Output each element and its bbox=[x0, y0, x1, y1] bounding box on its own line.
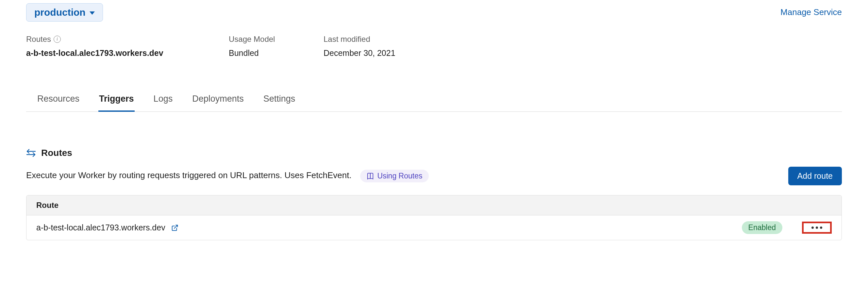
route-url: a-b-test-local.alec1793.workers.dev bbox=[36, 223, 165, 232]
svg-line-2 bbox=[174, 225, 178, 228]
routes-meta-label: Routes i bbox=[26, 35, 229, 44]
table-row: a-b-test-local.alec1793.workers.dev Enab… bbox=[27, 215, 841, 240]
add-route-label: Add route bbox=[798, 171, 833, 181]
environment-label: production bbox=[34, 7, 86, 18]
caret-down-icon bbox=[90, 11, 95, 15]
tab-logs[interactable]: Logs bbox=[153, 94, 174, 112]
external-link-icon[interactable] bbox=[171, 224, 179, 231]
routes-meta-value: a-b-test-local.alec1793.workers.dev bbox=[26, 49, 229, 58]
manage-service-label: Manage Service bbox=[780, 7, 842, 17]
routes-table-header: Route bbox=[27, 195, 841, 215]
tabs: Resources Triggers Logs Deployments Sett… bbox=[26, 94, 842, 112]
using-routes-doc-link[interactable]: Using Routes bbox=[360, 170, 429, 182]
using-routes-label: Using Routes bbox=[377, 171, 422, 181]
routes-title: Routes bbox=[41, 148, 72, 158]
usage-model-value: Bundled bbox=[229, 49, 323, 58]
tab-deployments[interactable]: Deployments bbox=[191, 94, 244, 112]
routes-icon bbox=[26, 149, 36, 157]
routes-description: Execute your Worker by routing requests … bbox=[26, 170, 352, 180]
book-icon bbox=[367, 172, 374, 180]
usage-model-label: Usage Model bbox=[229, 35, 323, 44]
status-badge: Enabled bbox=[742, 221, 782, 234]
manage-service-link[interactable]: Manage Service bbox=[780, 7, 842, 17]
last-modified-label: Last modified bbox=[323, 35, 454, 44]
ellipsis-icon bbox=[811, 226, 822, 229]
tab-resources[interactable]: Resources bbox=[37, 94, 80, 112]
last-modified-value: December 30, 2021 bbox=[323, 49, 454, 58]
routes-section: Routes Execute your Worker by routing re… bbox=[26, 148, 842, 240]
info-icon[interactable]: i bbox=[54, 36, 61, 43]
tab-settings[interactable]: Settings bbox=[263, 94, 296, 112]
add-route-button[interactable]: Add route bbox=[788, 167, 842, 185]
meta-info: Routes i a-b-test-local.alec1793.workers… bbox=[26, 35, 842, 58]
environment-selector[interactable]: production bbox=[26, 3, 103, 22]
tab-triggers[interactable]: Triggers bbox=[98, 94, 135, 112]
routes-table: Route a-b-test-local.alec1793.workers.de… bbox=[26, 195, 842, 240]
more-actions-button[interactable] bbox=[802, 222, 832, 234]
